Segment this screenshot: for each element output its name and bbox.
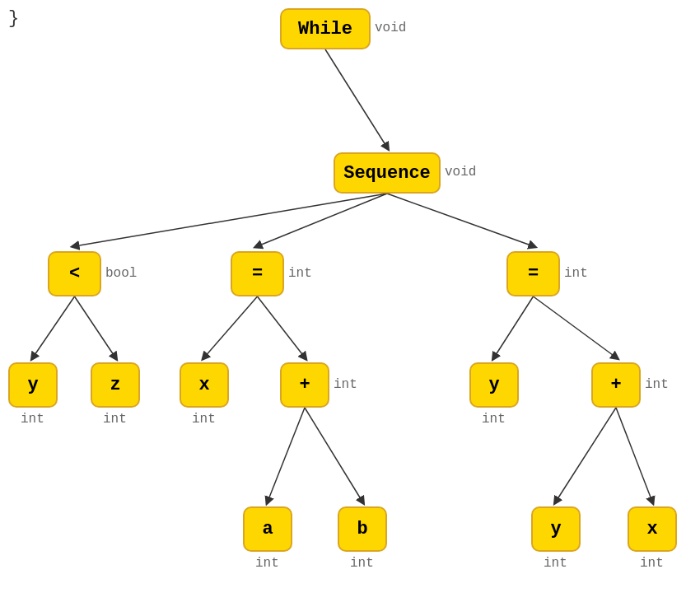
node-label-x1: x — [198, 375, 209, 395]
edge-eq1-plus1 — [258, 296, 306, 357]
type-label-z: int — [103, 412, 127, 427]
node-label-lt: < — [69, 264, 80, 284]
edge-eq2-plus2 — [534, 296, 617, 357]
node-a[interactable]: a — [243, 506, 292, 552]
node-label-sequence: Sequence — [343, 163, 431, 184]
node-label-plus1: + — [299, 375, 310, 395]
type-label-y3: int — [544, 556, 567, 571]
type-label-eq2: int — [564, 266, 588, 281]
node-eq2[interactable]: = — [506, 251, 560, 296]
edge-plus1-b — [305, 408, 362, 502]
type-label-y2: int — [482, 412, 506, 427]
node-label-x2: x — [646, 519, 657, 539]
type-label-eq1: int — [288, 266, 312, 281]
node-label-y1: y — [27, 375, 38, 395]
edge-sequence-lt — [75, 194, 388, 246]
node-y2[interactable]: y — [469, 362, 519, 408]
type-label-plus2: int — [645, 377, 669, 392]
node-eq1[interactable]: = — [231, 251, 284, 296]
edge-plus2-y3 — [556, 408, 616, 502]
type-label-x2: int — [640, 556, 664, 571]
type-label-y1: int — [21, 412, 44, 427]
brace: } — [8, 8, 19, 29]
node-while[interactable]: While — [280, 8, 371, 49]
edge-while-sequence — [325, 49, 387, 147]
node-sequence[interactable]: Sequence — [334, 152, 441, 194]
type-label-b: int — [350, 556, 374, 571]
node-x2[interactable]: x — [628, 506, 677, 552]
type-label-x1: int — [192, 412, 216, 427]
node-label-plus2: + — [610, 375, 621, 395]
type-label-sequence: void — [445, 165, 476, 180]
edge-plus1-a — [268, 408, 305, 502]
node-plus1[interactable]: + — [280, 362, 329, 408]
node-y1[interactable]: y — [8, 362, 58, 408]
node-label-a: a — [262, 519, 273, 539]
type-label-while: void — [375, 21, 406, 35]
node-label-y3: y — [550, 519, 561, 539]
node-label-z: z — [110, 375, 120, 395]
node-label-eq1: = — [252, 264, 263, 284]
node-z[interactable]: z — [91, 362, 140, 408]
tree-container: } WhilevoidSequencevoid<bool=int=intyint… — [0, 0, 700, 602]
edge-lt-z — [75, 296, 116, 357]
node-plus2[interactable]: + — [591, 362, 641, 408]
edge-eq2-y2 — [494, 296, 534, 357]
node-b[interactable]: b — [338, 506, 387, 552]
edge-eq1-x1 — [204, 296, 258, 357]
node-label-while: While — [298, 19, 352, 40]
node-x1[interactable]: x — [180, 362, 229, 408]
edge-sequence-eq2 — [387, 194, 534, 246]
edge-plus2-x2 — [616, 408, 652, 502]
type-label-plus1: int — [334, 377, 357, 392]
type-label-lt: bool — [105, 266, 137, 281]
node-label-eq2: = — [528, 264, 539, 284]
edge-lt-y1 — [33, 296, 75, 357]
node-label-y2: y — [488, 375, 499, 395]
node-lt[interactable]: < — [48, 251, 101, 296]
node-label-b: b — [357, 519, 367, 539]
edge-sequence-eq1 — [258, 194, 388, 246]
type-label-a: int — [255, 556, 279, 571]
node-y3[interactable]: y — [531, 506, 581, 552]
